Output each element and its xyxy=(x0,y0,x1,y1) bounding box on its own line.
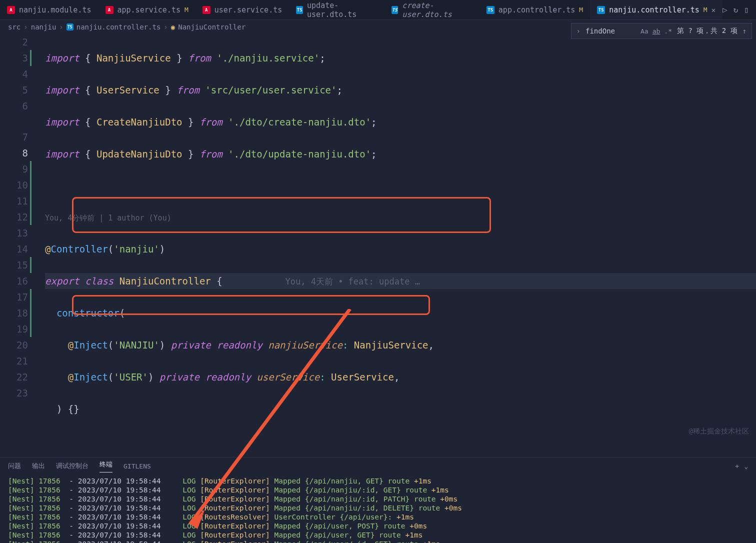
terminal-output[interactable]: [Nest] 17856 - 2023/07/10 19:58:44 LOG [… xyxy=(0,474,756,543)
typescript-icon: TS xyxy=(597,6,605,14)
panel-tab-problems[interactable]: 问题 xyxy=(8,462,21,470)
tab-user-service[interactable]: A user.service.ts xyxy=(196,0,289,20)
panel-tab-gitlens[interactable]: GITLENS xyxy=(124,462,151,470)
typescript-icon: TS xyxy=(296,6,303,14)
refresh-icon[interactable]: ↻ xyxy=(734,5,738,14)
tab-create-user-dto[interactable]: TS create-user.dto.ts xyxy=(384,0,480,20)
search-result-count: 第 ? 项，共 2 项 xyxy=(677,26,738,36)
typescript-icon: TS xyxy=(486,6,494,14)
new-terminal-icon[interactable]: + xyxy=(735,462,739,470)
bottom-panel: 问题 输出 调试控制台 终端 GITLENS + ⌄ [Nest] 17856 … xyxy=(0,457,756,543)
close-icon[interactable]: ✕ xyxy=(712,6,716,14)
inline-blame: You, 4天前 • feat: update … xyxy=(286,276,420,286)
code-editor[interactable]: 2 3 4 5 6 7 8 9 10 11 12 13 14 15 16 17 … xyxy=(0,34,756,457)
angular-icon: A xyxy=(7,6,15,14)
arrow-up-icon[interactable]: ↑ xyxy=(742,27,746,35)
angular-icon: A xyxy=(106,6,114,14)
codelens[interactable]: You, 4分钟前 | 1 author (You) xyxy=(45,210,756,225)
editor-tabs: A nanjiu.module.ts A app.service.ts M A … xyxy=(0,0,756,20)
typescript-icon: TS xyxy=(392,6,398,14)
angular-icon: A xyxy=(202,6,210,14)
whole-word-icon[interactable]: ab xyxy=(652,28,660,35)
split-icon[interactable]: ▯ xyxy=(744,5,749,14)
panel-tabs: 问题 输出 调试控制台 终端 GITLENS + ⌄ xyxy=(0,458,756,474)
run-icon[interactable]: ▷ xyxy=(722,5,728,14)
line-numbers: 2 3 4 5 6 7 8 9 10 11 12 13 14 15 16 17 … xyxy=(0,34,39,457)
tab-update-user-dto[interactable]: TS update-user.dto.ts xyxy=(289,0,384,20)
panel-tab-terminal[interactable]: 终端 xyxy=(100,460,112,472)
case-sensitive-icon[interactable]: Aa xyxy=(640,28,648,35)
typescript-icon: TS xyxy=(66,24,74,30)
search-input[interactable] xyxy=(586,27,636,35)
code-content[interactable]: import { NanjiuService } from './nanjiu.… xyxy=(39,34,756,457)
panel-tab-output[interactable]: 输出 xyxy=(32,462,45,470)
chevron-down-icon[interactable]: ⌄ xyxy=(744,462,748,470)
tab-app-controller[interactable]: TS app.controller.ts M xyxy=(480,0,590,20)
tab-nanjiu-module[interactable]: A nanjiu.module.ts xyxy=(0,0,98,20)
tab-nanjiu-controller[interactable]: TS nanjiu.controller.ts M ✕ xyxy=(590,0,722,20)
watermark: @稀土掘金技术社区 xyxy=(689,427,749,436)
panel-tab-debug[interactable]: 调试控制台 xyxy=(56,462,88,470)
chevron-right-icon[interactable]: › xyxy=(576,27,580,35)
regex-icon[interactable]: .* xyxy=(664,28,672,35)
find-widget[interactable]: › Aa ab .* 第 ? 项，共 2 项 ↑ xyxy=(571,23,752,39)
tab-app-service[interactable]: A app.service.ts M xyxy=(98,0,196,20)
